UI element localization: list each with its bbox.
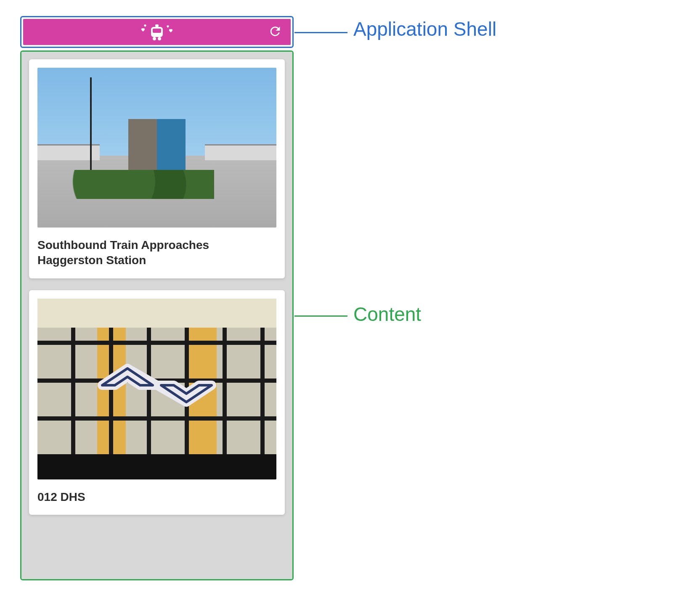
app-header-bar: [23, 19, 291, 45]
application-shell-label: Application Shell: [353, 18, 496, 40]
svg-point-2: [153, 37, 156, 40]
content-leader-line: [294, 315, 347, 317]
train-hearts-icon: [139, 23, 175, 41]
card-title: 012 DHS: [37, 490, 276, 505]
content-label: Content: [353, 303, 421, 326]
app-logo: [139, 23, 175, 41]
svg-point-3: [158, 37, 161, 40]
content-annotation-box: Southbound Train Approaches Haggerston S…: [20, 50, 294, 580]
refresh-icon: [268, 24, 282, 39]
svg-rect-4: [155, 24, 159, 27]
content-scroll-area[interactable]: Southbound Train Approaches Haggerston S…: [21, 52, 292, 579]
card-image: [37, 299, 276, 479]
svg-rect-1: [153, 29, 161, 33]
content-card[interactable]: 012 DHS: [29, 290, 285, 515]
card-image: [37, 68, 276, 228]
content-card[interactable]: Southbound Train Approaches Haggerston S…: [29, 59, 285, 278]
shell-leader-line: [294, 32, 347, 33]
card-title: Southbound Train Approaches Haggerston S…: [37, 238, 276, 268]
ns-logo-icon: [94, 356, 220, 415]
refresh-button[interactable]: [268, 24, 282, 40]
application-shell-annotation-box: [20, 16, 294, 48]
